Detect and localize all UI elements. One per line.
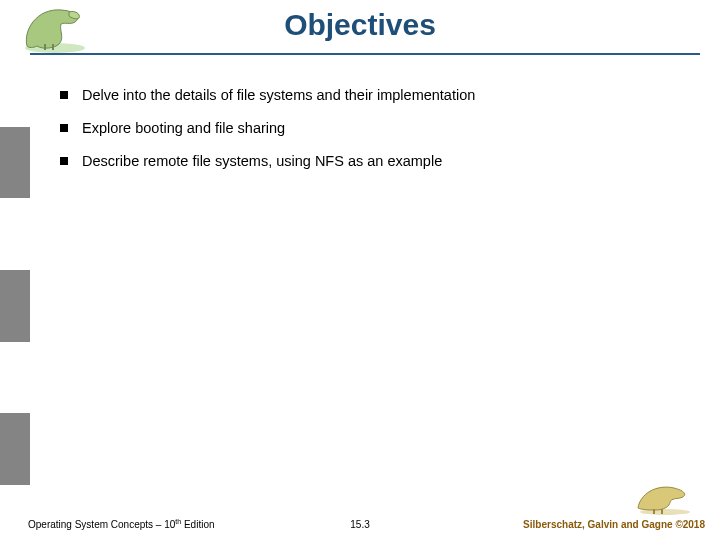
bullet-square-icon — [60, 124, 68, 132]
sidebar-color-strip — [0, 55, 30, 485]
sidebar-block — [0, 270, 30, 342]
sidebar-block — [0, 127, 30, 199]
bullet-square-icon — [60, 91, 68, 99]
sidebar-block — [0, 342, 30, 414]
title-underline — [30, 53, 700, 55]
slide-title: Objectives — [0, 8, 720, 42]
dinosaur-footer-icon — [630, 476, 700, 516]
sidebar-block — [0, 413, 30, 485]
footer-copyright: Silberschatz, Galvin and Gagne ©2018 — [523, 519, 705, 530]
bullet-text: Describe remote file systems, using NFS … — [82, 152, 442, 171]
bullet-text: Delve into the details of file systems a… — [82, 86, 475, 105]
sidebar-block — [0, 198, 30, 270]
bullet-text: Explore booting and file sharing — [82, 119, 285, 138]
bullet-square-icon — [60, 157, 68, 165]
slide-body: Delve into the details of file systems a… — [60, 80, 680, 185]
bullet-item: Describe remote file systems, using NFS … — [60, 152, 680, 171]
bullet-item: Explore booting and file sharing — [60, 119, 680, 138]
sidebar-block — [0, 55, 30, 127]
bullet-item: Delve into the details of file systems a… — [60, 86, 680, 105]
